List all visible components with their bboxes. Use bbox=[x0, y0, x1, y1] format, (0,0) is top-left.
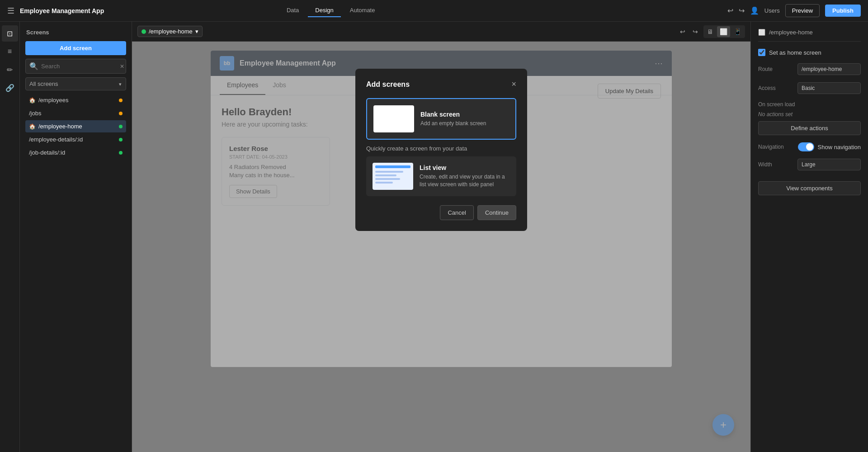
topbar: ☰ Employee Management App Data Design Au… bbox=[0, 0, 868, 22]
main-canvas: /employee-home ▾ ↩ ↪ 🖥 ⬜ 📱 bb Emplo bbox=[132, 22, 750, 452]
rp-route-section-label: Route bbox=[758, 66, 773, 72]
screen-item-job-details[interactable]: /job-details/:id bbox=[25, 146, 126, 159]
tab-design[interactable]: Design bbox=[308, 4, 340, 17]
add-screens-modal: Add screens × Blank screen Add an empty … bbox=[355, 69, 527, 231]
list-view-info: List view Create, edit and view your dat… bbox=[420, 164, 510, 188]
sidebar: Screens Add screen 🔍 ✕ All screens 🏠 /em… bbox=[20, 22, 132, 452]
modal-cancel-button[interactable]: Cancel bbox=[440, 205, 473, 220]
screen-list: 🏠 /employees /jobs 🏠 /employee-home /emp… bbox=[25, 94, 126, 159]
view-components-button[interactable]: View components bbox=[758, 181, 861, 195]
canvas-content: bb Employee Management App ⋯ Employees J… bbox=[132, 42, 750, 452]
blank-screen-option[interactable]: Blank screen Add an empty blank screen bbox=[366, 98, 516, 140]
rp-on-screen-load-label: On screen load bbox=[758, 101, 861, 108]
rp-access-label: Access bbox=[758, 85, 776, 91]
redo-icon[interactable]: ↪ bbox=[739, 6, 745, 15]
tab-automate[interactable]: Automate bbox=[343, 4, 382, 17]
rp-width-select[interactable]: Large bbox=[797, 159, 861, 170]
clear-search-icon[interactable]: ✕ bbox=[120, 63, 124, 70]
modal-header: Add screens × bbox=[366, 80, 516, 89]
screen-item-employee-home[interactable]: 🏠 /employee-home bbox=[25, 120, 126, 132]
publish-button[interactable]: Publish bbox=[825, 5, 861, 17]
status-dot-jobs bbox=[119, 112, 123, 115]
filter-select-wrap: All screens bbox=[25, 77, 126, 90]
modal-title: Add screens bbox=[366, 80, 410, 89]
topbar-right: ↩ ↪ 👤 Users Preview Publish bbox=[727, 4, 861, 17]
desktop-view-btn[interactable]: 🖥 bbox=[704, 26, 716, 37]
define-actions-button[interactable]: Define actions bbox=[758, 121, 861, 135]
icon-bar-components[interactable]: ≡ bbox=[2, 43, 18, 60]
modal-footer: Cancel Continue bbox=[366, 205, 516, 220]
rp-navigation-label: Navigation bbox=[758, 144, 784, 150]
mobile-view-btn[interactable]: 📱 bbox=[731, 26, 744, 37]
users-label[interactable]: Users bbox=[764, 7, 780, 14]
show-navigation-toggle[interactable] bbox=[798, 142, 814, 151]
canvas-overlay: Add screens × Blank screen Add an empty … bbox=[132, 42, 750, 452]
rp-route-select[interactable]: /employee-home bbox=[797, 63, 861, 75]
modal-continue-button[interactable]: Continue bbox=[477, 205, 516, 220]
icon-bar-theme[interactable]: ✏ bbox=[2, 61, 18, 78]
rp-access-select[interactable]: Basic bbox=[797, 82, 861, 94]
main-layout: ⊡ ≡ ✏ 🔗 Screens Add screen 🔍 ✕ All scree… bbox=[0, 22, 868, 452]
view-mode-buttons: 🖥 ⬜ 📱 bbox=[703, 25, 745, 38]
status-dot-employee-home bbox=[119, 125, 123, 128]
menu-icon[interactable]: ☰ bbox=[7, 6, 14, 16]
tab-data[interactable]: Data bbox=[279, 4, 306, 17]
canvas-route-badge[interactable]: /employee-home ▾ bbox=[137, 26, 203, 37]
rp-route-label: /employee-home bbox=[769, 29, 813, 36]
list-view-option[interactable]: List view Create, edit and view your dat… bbox=[366, 156, 516, 196]
rp-home-screen-row: Set as home screen bbox=[758, 49, 861, 56]
status-dot-employee-details bbox=[119, 138, 123, 141]
status-dot-employees bbox=[119, 99, 123, 102]
blank-screen-desc: Add an empty blank screen bbox=[420, 120, 486, 127]
icon-bar: ⊡ ≡ ✏ 🔗 bbox=[0, 22, 20, 452]
toggle-knob bbox=[806, 143, 813, 151]
home-icon-employee-home: 🏠 bbox=[29, 123, 36, 130]
add-screen-button[interactable]: Add screen bbox=[25, 41, 126, 55]
canvas-route-chevron: ▾ bbox=[195, 28, 198, 35]
quick-create-label: Quickly create a screen from your data bbox=[366, 145, 516, 152]
status-dot-job-details bbox=[119, 151, 123, 155]
canvas-route-label: /employee-home bbox=[149, 28, 193, 35]
rp-access-row: Access Basic bbox=[758, 82, 861, 94]
undo-icon[interactable]: ↩ bbox=[727, 6, 733, 15]
screen-item-employees[interactable]: 🏠 /employees bbox=[25, 94, 126, 106]
canvas-toolbar-right: ↩ ↪ 🖥 ⬜ 📱 bbox=[678, 25, 745, 38]
search-input[interactable] bbox=[41, 63, 117, 70]
undo-canvas-icon[interactable]: ↩ bbox=[678, 26, 687, 37]
right-panel: ⬜ /employee-home Set as home screen Rout… bbox=[750, 22, 868, 452]
sidebar-header: Screens bbox=[25, 27, 126, 38]
canvas-toolbar: /employee-home ▾ ↩ ↪ 🖥 ⬜ 📱 bbox=[132, 22, 750, 42]
set-home-screen-checkbox[interactable] bbox=[758, 49, 765, 56]
blank-screen-thumbnail bbox=[373, 105, 414, 132]
show-navigation-label: Show navigation bbox=[818, 144, 861, 151]
screen-item-jobs[interactable]: /jobs bbox=[25, 107, 126, 119]
user-circle-icon[interactable]: 👤 bbox=[750, 6, 759, 15]
home-icon-employees: 🏠 bbox=[29, 97, 36, 104]
blank-screen-info: Blank screen Add an empty blank screen bbox=[420, 111, 486, 127]
screen-item-employee-details[interactable]: /employee-details/:id bbox=[25, 133, 126, 146]
rp-route-row: Route /employee-home bbox=[758, 63, 861, 75]
icon-bar-screens[interactable]: ⊡ bbox=[2, 25, 18, 42]
modal-close-button[interactable]: × bbox=[511, 80, 516, 89]
rp-navigation-toggle: Show navigation bbox=[798, 142, 861, 151]
list-view-title: List view bbox=[420, 164, 510, 171]
filter-select[interactable]: All screens bbox=[25, 77, 126, 90]
rp-header: ⬜ /employee-home bbox=[758, 29, 861, 42]
app-title: Employee Management App bbox=[20, 7, 104, 14]
rp-on-screen-load-section: On screen load No actions set Define act… bbox=[758, 101, 861, 135]
icon-bar-links[interactable]: 🔗 bbox=[2, 80, 18, 96]
list-view-thumbnail bbox=[373, 163, 413, 190]
search-icon: 🔍 bbox=[29, 62, 38, 71]
rp-width-label: Width bbox=[758, 161, 772, 168]
rp-no-actions-label: No actions set bbox=[758, 111, 861, 118]
blank-screen-title: Blank screen bbox=[420, 111, 486, 118]
canvas-toolbar-left: /employee-home ▾ bbox=[137, 26, 203, 37]
tablet-view-btn[interactable]: ⬜ bbox=[717, 26, 730, 37]
rp-width-row: Width Large bbox=[758, 159, 861, 170]
list-view-desc: Create, edit and view your data in a lis… bbox=[420, 173, 510, 188]
preview-button[interactable]: Preview bbox=[785, 4, 820, 17]
search-box: 🔍 ✕ bbox=[25, 59, 126, 74]
rp-screen-icon: ⬜ bbox=[758, 29, 765, 36]
rp-navigation-row: Navigation Show navigation bbox=[758, 142, 861, 151]
redo-canvas-icon[interactable]: ↪ bbox=[691, 26, 700, 37]
